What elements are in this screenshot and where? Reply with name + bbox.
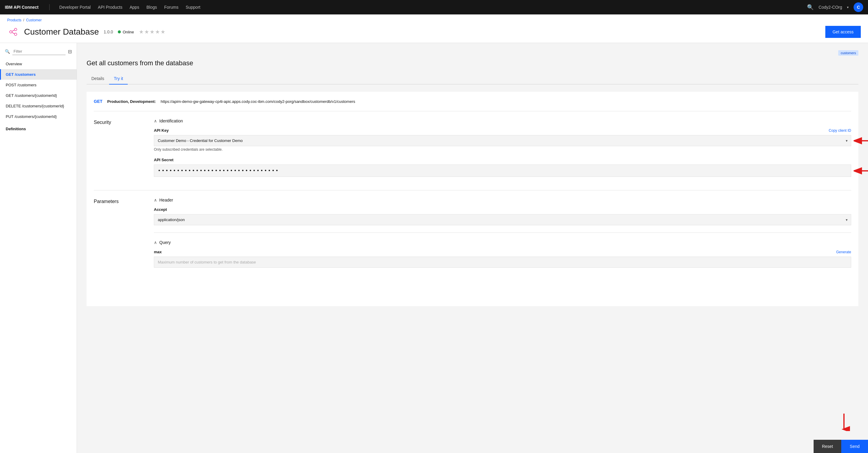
sidebar-item-get-customer-id[interactable]: GET /customers/{customerId} <box>0 90 76 101</box>
top-navigation: IBM API Connect Developer Portal API Pro… <box>0 0 868 15</box>
sidebar-item-put-customer-id[interactable]: PUT /customers/{customerId} <box>0 111 76 122</box>
user-name[interactable]: Cody2-COrg <box>818 5 842 10</box>
nav-apps[interactable]: Apps <box>129 5 139 10</box>
method-label: GET <box>94 99 102 104</box>
nav-developer-portal[interactable]: Developer Portal <box>59 5 90 10</box>
query-collapsible: ∧ Query <box>154 240 851 245</box>
api-key-group: API Key Copy client ID Customer Demo - C… <box>154 128 851 151</box>
api-icon <box>7 26 19 38</box>
nav-blogs[interactable]: Blogs <box>146 5 157 10</box>
status-online: Online <box>118 30 134 34</box>
tag-badge: customers <box>838 50 858 56</box>
parameters-section-label: Parameters <box>94 198 154 274</box>
top-nav-right: 🔍 Cody2-COrg ▾ C <box>807 2 863 12</box>
api-url: https://apim-demo-gw-gateway-cp4i-apic.a… <box>161 99 355 104</box>
parameters-section: Parameters ∧ Header Accept <box>94 198 851 274</box>
identification-header: ∧ Identification <box>154 118 851 123</box>
bottom-bar: Reset Send <box>814 440 868 453</box>
get-access-button[interactable]: Get access <box>825 26 861 38</box>
accept-group: Accept application/json application/xml … <box>154 207 851 225</box>
main-content: customers Get all customers from the dat… <box>77 43 868 453</box>
collapse-icon-query[interactable]: ∧ <box>154 240 157 245</box>
bottom-spacer <box>94 281 851 299</box>
identification-label: Identification <box>159 118 183 123</box>
api-name: Customer Database <box>24 27 99 37</box>
api-key-label-row: API Key Copy client ID <box>154 128 851 133</box>
page-header: Products / Customer Customer Database 1.… <box>0 15 868 43</box>
query-label: Query <box>159 240 171 245</box>
status-label: Online <box>123 30 134 34</box>
accept-label: Accept <box>154 207 851 212</box>
env-label: Production, Development: <box>107 99 156 104</box>
security-section-label: Security <box>94 118 154 183</box>
copy-client-id-link[interactable]: Copy client ID <box>829 129 851 133</box>
sidebar-item-get-customers[interactable]: GET /customers <box>0 69 76 80</box>
red-arrow-api-secret <box>854 167 868 174</box>
tab-try-it[interactable]: Try it <box>109 73 128 85</box>
nav-api-products[interactable]: API Products <box>98 5 123 10</box>
api-secret-input-wrapper <box>154 165 851 177</box>
breadcrumb-separator: / <box>23 18 24 22</box>
api-version: 1.0.0 <box>104 29 113 34</box>
max-group: max Generate <box>154 250 851 268</box>
main-layout: 🔍 ⊟ Overview GET /customers POST /custom… <box>0 43 868 453</box>
parameters-section-content: ∧ Header Accept application/json applica… <box>154 198 851 274</box>
collapse-icon-header[interactable]: ∧ <box>154 198 157 202</box>
sidebar-item-post-customers[interactable]: POST /customers <box>0 80 76 90</box>
sidebar-filter-row: 🔍 ⊟ <box>0 48 76 59</box>
filter-icon[interactable]: ⊟ <box>68 49 72 54</box>
search-icon[interactable]: 🔍 <box>807 4 814 10</box>
red-arrow-api-key <box>854 137 868 144</box>
search-icon: 🔍 <box>5 49 10 54</box>
chevron-down-icon: ▾ <box>847 5 849 9</box>
breadcrumb-products[interactable]: Products <box>7 18 21 22</box>
send-button[interactable]: Send <box>841 440 868 453</box>
divider-inner <box>154 232 851 233</box>
accept-select-wrapper: application/json application/xml text/pl… <box>154 214 851 225</box>
generate-link[interactable]: Generate <box>836 250 851 254</box>
breadcrumb-customer[interactable]: Customer <box>26 18 42 22</box>
max-input[interactable] <box>154 257 851 268</box>
security-section: Security ∧ Identification API Key Copy c… <box>94 118 851 183</box>
avatar[interactable]: C <box>854 2 863 12</box>
api-key-select-wrapper: Customer Demo - Credential for Customer … <box>154 135 851 146</box>
accept-select[interactable]: application/json application/xml text/pl… <box>154 214 851 225</box>
svg-point-2 <box>14 33 17 35</box>
method-url-row: GET Production, Development: https://api… <box>94 99 851 104</box>
red-arrow-send-container <box>838 413 850 432</box>
try-it-panel: GET Production, Development: https://api… <box>87 92 858 306</box>
max-label-row: max Generate <box>154 250 851 254</box>
red-arrow-send <box>838 413 850 431</box>
sidebar-filter-input[interactable] <box>12 48 65 55</box>
nav-divider <box>49 4 50 10</box>
sidebar-item-overview[interactable]: Overview <box>0 59 76 69</box>
divider-1 <box>94 111 851 111</box>
tab-details[interactable]: Details <box>87 73 109 85</box>
svg-point-0 <box>10 31 12 33</box>
sidebar-item-delete-customer-id[interactable]: DELETE /customers/{customerId} <box>0 101 76 111</box>
security-section-content: ∧ Identification API Key Copy client ID … <box>154 118 851 183</box>
brand-label: IBM API Connect <box>5 5 38 10</box>
svg-line-3 <box>12 30 14 31</box>
api-key-hint: Only subscribed credentials are selectab… <box>154 147 851 151</box>
api-title-row: Customer Database 1.0.0 Online ★★★★★ Get… <box>7 26 861 43</box>
header-collapsible: ∧ Header <box>154 198 851 202</box>
sidebar-item-definitions: Definitions <box>0 122 76 134</box>
api-secret-input[interactable] <box>154 165 851 177</box>
header-label: Header <box>159 198 173 202</box>
reset-button[interactable]: Reset <box>814 440 842 453</box>
collapse-icon[interactable]: ∧ <box>154 118 157 123</box>
status-dot <box>118 30 121 33</box>
api-key-select[interactable]: Customer Demo - Credential for Customer … <box>154 135 851 146</box>
tabs: Details Try it <box>87 73 858 85</box>
svg-line-4 <box>12 32 14 34</box>
endpoint-title: Get all customers from the database <box>87 59 858 67</box>
breadcrumb: Products / Customer <box>7 18 861 22</box>
nav-support[interactable]: Support <box>186 5 200 10</box>
api-secret-label-row: API Secret <box>154 158 851 162</box>
api-secret-group: API Secret <box>154 158 851 177</box>
nav-forums[interactable]: Forums <box>164 5 178 10</box>
star-rating[interactable]: ★★★★★ <box>139 29 166 35</box>
svg-point-1 <box>14 28 17 31</box>
sidebar: 🔍 ⊟ Overview GET /customers POST /custom… <box>0 43 77 453</box>
